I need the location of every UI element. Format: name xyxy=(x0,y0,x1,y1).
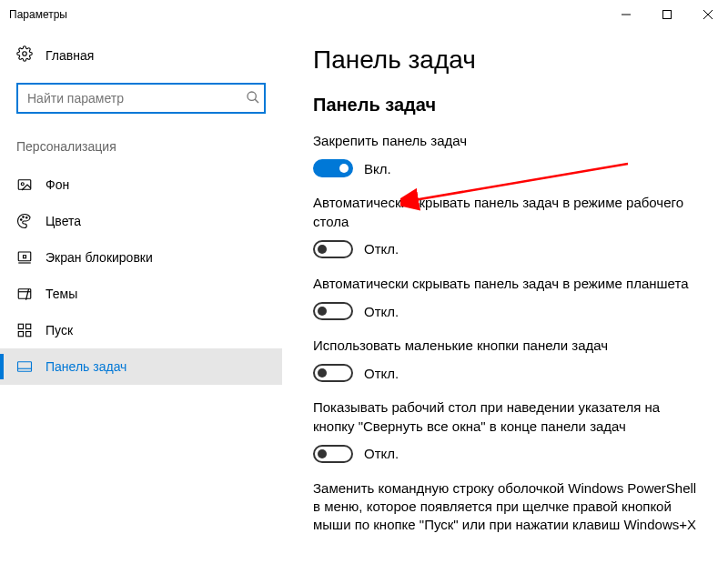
toggle-state: Откл. xyxy=(364,304,399,319)
sidebar-home-label: Главная xyxy=(46,48,94,63)
search-input[interactable] xyxy=(27,91,246,106)
maximize-button[interactable] xyxy=(646,0,687,29)
svg-rect-20 xyxy=(18,362,32,372)
svg-rect-19 xyxy=(26,332,31,337)
setting-label: Использовать маленькие кнопки панели зад… xyxy=(313,337,701,355)
sidebar-item-start[interactable]: Пуск xyxy=(0,312,282,348)
start-icon xyxy=(16,322,33,338)
sidebar-item-label: Панель задач xyxy=(46,359,126,374)
sidebar: Главная Персонализация Фон Цвета Э xyxy=(0,29,282,574)
section-heading: Панель задач xyxy=(313,95,701,116)
svg-rect-1 xyxy=(662,11,671,19)
toggle-peek-desktop[interactable] xyxy=(313,445,353,463)
sidebar-item-colors[interactable]: Цвета xyxy=(0,203,282,239)
setting-label: Закрепить панель задач xyxy=(313,132,701,150)
titlebar: Параметры xyxy=(0,0,728,29)
toggle-lock-taskbar[interactable] xyxy=(313,159,353,177)
setting-small-buttons: Использовать маленькие кнопки панели зад… xyxy=(313,337,701,382)
sidebar-item-background[interactable]: Фон xyxy=(0,166,282,203)
sidebar-item-lockscreen[interactable]: Экран блокировки xyxy=(0,239,282,276)
sidebar-item-label: Цвета xyxy=(46,214,81,228)
setting-powershell: Заменить командную строку оболочкой Wind… xyxy=(313,479,701,535)
svg-rect-12 xyxy=(18,252,31,261)
sidebar-item-label: Экран блокировки xyxy=(46,250,153,265)
content-area: Панель задач Панель задач Закрепить пане… xyxy=(282,29,728,574)
setting-autohide-tablet: Автоматически скрывать панель задач в ре… xyxy=(313,275,701,320)
sidebar-home[interactable]: Главная xyxy=(0,36,282,74)
palette-icon xyxy=(16,213,33,229)
setting-label: Показывать рабочий стол при наведении ук… xyxy=(313,398,701,436)
svg-rect-16 xyxy=(18,324,23,328)
setting-autohide-desktop: Автоматически скрывать панель задач в ре… xyxy=(313,194,701,258)
window-title: Параметры xyxy=(9,8,67,21)
setting-peek-desktop: Показывать рабочий стол при наведении ук… xyxy=(313,398,701,463)
toggle-small-buttons[interactable] xyxy=(313,364,353,382)
toggle-state: Откл. xyxy=(364,446,399,461)
sidebar-item-label: Фон xyxy=(46,177,69,192)
toggle-state: Откл. xyxy=(364,366,399,381)
page-title: Панель задач xyxy=(313,45,701,75)
search-input-wrapper[interactable] xyxy=(16,83,266,114)
search-icon xyxy=(246,90,260,107)
toggle-autohide-tablet[interactable] xyxy=(313,302,353,320)
lockscreen-icon xyxy=(16,249,33,266)
svg-point-10 xyxy=(23,217,25,218)
picture-icon xyxy=(16,176,33,193)
sidebar-item-label: Темы xyxy=(46,287,77,301)
themes-icon xyxy=(16,286,33,302)
svg-line-6 xyxy=(255,99,258,103)
svg-point-8 xyxy=(21,183,24,186)
close-button[interactable] xyxy=(687,0,728,29)
setting-label: Заменить командную строку оболочкой Wind… xyxy=(313,479,701,535)
sidebar-item-label: Пуск xyxy=(46,323,73,337)
svg-rect-18 xyxy=(18,332,23,337)
taskbar-icon xyxy=(16,358,33,375)
toggle-autohide-desktop[interactable] xyxy=(313,240,353,258)
svg-point-4 xyxy=(23,52,27,56)
setting-lock-taskbar: Закрепить панель задач Вкл. xyxy=(313,132,701,177)
svg-rect-17 xyxy=(26,324,31,328)
setting-label: Автоматически скрывать панель задач в ре… xyxy=(313,194,701,231)
svg-rect-15 xyxy=(18,289,31,299)
svg-point-11 xyxy=(26,217,28,219)
sidebar-section: Персонализация xyxy=(0,132,282,166)
svg-point-5 xyxy=(248,92,256,100)
svg-point-9 xyxy=(21,219,23,221)
toggle-state: Вкл. xyxy=(364,161,391,176)
sidebar-item-taskbar[interactable]: Панель задач xyxy=(0,348,282,385)
sidebar-item-themes[interactable]: Темы xyxy=(0,276,282,312)
setting-label: Автоматически скрывать панель задач в ре… xyxy=(313,275,701,293)
svg-rect-14 xyxy=(24,256,26,258)
gear-icon xyxy=(16,45,33,65)
toggle-state: Откл. xyxy=(364,241,399,257)
minimize-button[interactable] xyxy=(605,0,646,29)
